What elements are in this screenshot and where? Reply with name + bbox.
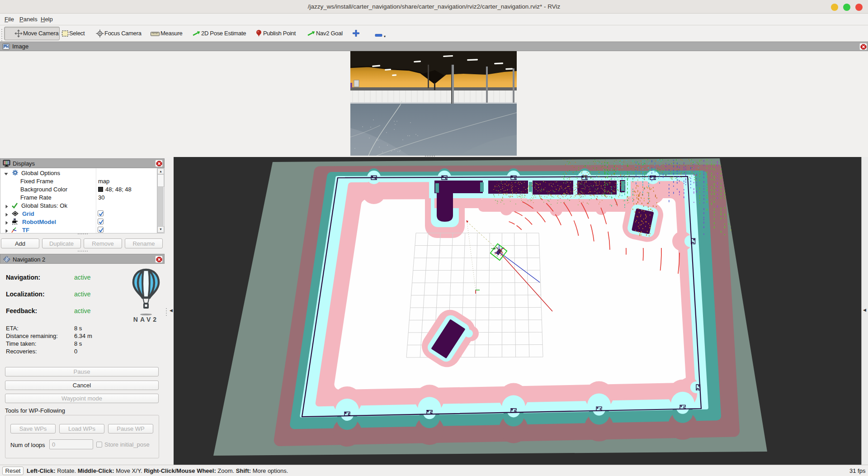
svg-text:NAV2: NAV2 (133, 316, 159, 322)
